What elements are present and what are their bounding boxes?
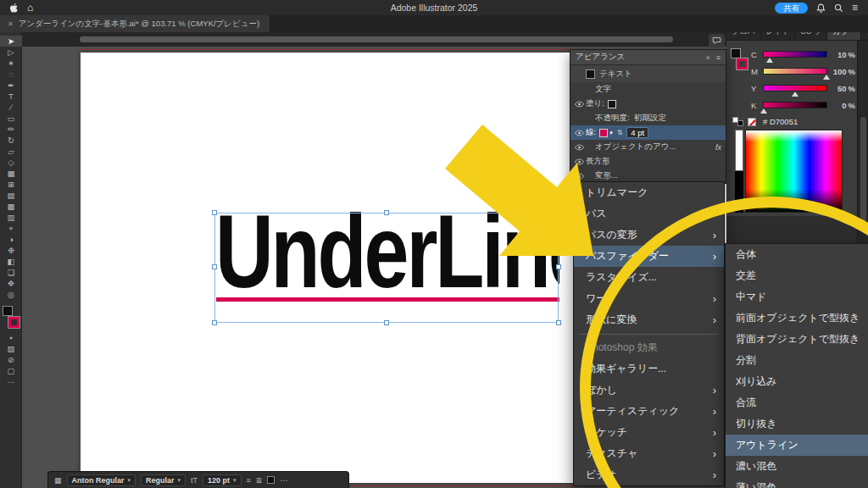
panel-menu-icon[interactable]: ≡ <box>716 53 721 62</box>
pathfinder-submenu-item[interactable]: 合体 <box>726 244 868 265</box>
tool-button[interactable]: ▩ <box>0 201 22 212</box>
appearance-row-value[interactable]: 4 pt <box>626 127 648 138</box>
appearance-row-value[interactable]: 初期設定 <box>634 113 666 124</box>
pathfinder-submenu-item[interactable]: 薄い混色 <box>726 477 868 488</box>
font-family-select[interactable]: Anton Regular▾ <box>67 474 136 486</box>
appearance-row[interactable]: 塗り: <box>570 97 726 111</box>
more-options-icon[interactable]: ⋯ <box>280 476 287 485</box>
panel-fill-stroke[interactable] <box>731 48 751 74</box>
pathfinder-submenu-item[interactable]: 中マド <box>726 286 868 308</box>
effect-menu-item[interactable]: トリムマーク <box>574 182 724 203</box>
tool-button[interactable]: ↻ <box>0 135 22 146</box>
toolbar-extra-icon[interactable]: ⋯ <box>0 376 22 387</box>
spectrum-bw-column[interactable] <box>735 130 743 213</box>
channel-slider[interactable] <box>763 51 827 58</box>
tool-button[interactable]: ✶ <box>0 58 22 69</box>
slider-thumb[interactable] <box>766 58 773 63</box>
effect-menu-item[interactable]: 形状に変換 › <box>574 309 724 330</box>
channel-value[interactable]: 100% <box>832 67 855 76</box>
visibility-eye-icon[interactable] <box>573 101 586 108</box>
tool-button[interactable]: ▥ <box>0 212 22 223</box>
toolbar-extra-icon[interactable]: ▢ <box>0 365 22 376</box>
tool-button[interactable]: ▦ <box>0 168 22 179</box>
tool-button[interactable]: ◇ <box>0 157 22 168</box>
appearance-row[interactable]: テキスト <box>570 65 726 82</box>
color-spectrum[interactable] <box>735 130 843 213</box>
pathfinder-submenu-item[interactable]: 分割 <box>726 350 868 371</box>
black-white-swatches[interactable] <box>732 117 743 126</box>
channel-value[interactable]: 0% <box>832 101 855 110</box>
swatch-dropdown-icon[interactable]: ▾ <box>609 130 613 136</box>
tool-button[interactable]: ◌ <box>0 69 22 80</box>
panel-stroke-swatch[interactable] <box>737 58 748 69</box>
slider-thumb[interactable] <box>792 92 798 97</box>
comment-bubble-icon[interactable] <box>709 34 725 47</box>
selection-handle[interactable] <box>384 210 389 215</box>
tool-button[interactable]: ▱ <box>0 146 22 157</box>
visibility-eye-icon[interactable] <box>573 144 586 151</box>
appearance-row[interactable]: 不透明度: 初期設定 <box>570 111 726 125</box>
pathfinder-submenu-item[interactable]: 合流 <box>726 392 868 413</box>
pathfinder-submenu-item[interactable]: アウトライン <box>726 435 868 456</box>
tool-button[interactable]: ⊞ <box>0 179 22 190</box>
pathfinder-submenu-item[interactable]: 刈り込み <box>726 371 868 392</box>
effect-menu-item[interactable]: ビデオ › <box>574 464 724 485</box>
channel-value[interactable]: 50% <box>832 84 855 93</box>
align-left-icon[interactable]: ≡ <box>247 476 251 485</box>
collapse-panel-icon[interactable]: » <box>706 53 710 62</box>
tool-button[interactable]: ◎ <box>0 289 22 300</box>
menu-list-icon[interactable]: ≡ <box>852 2 858 14</box>
stepper-arrows-icon[interactable]: ⇅ <box>617 129 623 136</box>
appearance-row[interactable]: 線: ▾ ⇅ 4 pt <box>570 125 726 140</box>
document-tab[interactable]: ✕ アンダーラインの文字-基本形.ai* @ 103.71 % (CMYK/プレ… <box>0 15 270 32</box>
appearance-row[interactable]: 文字 <box>570 82 726 97</box>
tool-button[interactable]: ✥ <box>0 278 22 289</box>
pathfinder-submenu-item[interactable]: 切り抜き <box>726 413 868 435</box>
tool-button[interactable]: ▷ <box>0 47 22 58</box>
effect-menu-item[interactable]: 効果ギャラリー... <box>574 358 724 380</box>
selection-handle[interactable] <box>556 210 561 215</box>
notifications-bell-icon[interactable] <box>816 3 826 13</box>
selection-handle[interactable] <box>212 264 217 269</box>
toolbar-extra-icon[interactable]: ▪ <box>0 332 22 343</box>
font-size-input[interactable]: 120 pt▾ <box>203 474 242 486</box>
effect-menu-item[interactable]: パスの変形 › <box>574 225 724 246</box>
effect-menu-item[interactable]: パス › <box>574 203 724 225</box>
effect-menu-item[interactable]: アーティスティック › <box>574 401 724 422</box>
effect-menu-item[interactable] <box>574 330 724 337</box>
pathfinder-submenu-item[interactable]: 交差 <box>726 265 868 286</box>
tool-button[interactable]: ▭ <box>0 113 22 124</box>
tool-button[interactable]: ✏ <box>0 124 22 135</box>
toolbar-extra-icon[interactable]: ⊘ <box>0 354 22 365</box>
none-swatch[interactable] <box>748 118 756 126</box>
tool-button[interactable]: ✒ <box>0 80 22 91</box>
apple-menu-icon[interactable] <box>9 3 18 13</box>
appearance-row[interactable]: オブジェクトのアウ... fx <box>570 140 726 154</box>
align-right-icon[interactable]: ≣ <box>256 476 263 485</box>
slider-thumb[interactable] <box>823 75 830 80</box>
appearance-row[interactable]: 長方形 <box>570 154 726 169</box>
fill-stroke-swatches[interactable] <box>3 306 19 328</box>
channel-slider[interactable] <box>763 102 827 108</box>
tool-button[interactable]: ❏ <box>0 267 22 278</box>
tool-button[interactable]: ◑ <box>0 234 22 245</box>
share-button[interactable]: 共有 <box>775 3 808 14</box>
panel-fill-swatch[interactable] <box>731 48 741 58</box>
effect-menu-item[interactable]: スケッチ › <box>574 422 724 443</box>
channel-slider[interactable] <box>763 68 827 75</box>
search-icon[interactable] <box>834 3 843 13</box>
tool-button[interactable]: ▤ <box>0 190 22 201</box>
tool-button[interactable]: ⌖ <box>0 223 22 234</box>
selection-handle[interactable] <box>556 264 561 269</box>
channel-slider[interactable] <box>763 85 827 92</box>
tool-button[interactable]: ◧ <box>0 256 22 267</box>
selection-handle[interactable] <box>384 320 389 325</box>
pathfinder-submenu-item[interactable]: 濃い混色 <box>726 456 868 477</box>
effect-menu-item[interactable]: Photoshop 効果 <box>574 337 724 358</box>
effect-menu-item[interactable]: ラスタライズ... <box>574 267 724 288</box>
home-icon[interactable]: ⌂ <box>27 0 33 15</box>
toolbar-extra-icon[interactable]: ▨ <box>0 343 22 354</box>
spectrum-gradient[interactable] <box>745 130 843 213</box>
visibility-eye-icon[interactable] <box>573 130 586 136</box>
tool-button[interactable]: ∕ <box>0 102 22 113</box>
